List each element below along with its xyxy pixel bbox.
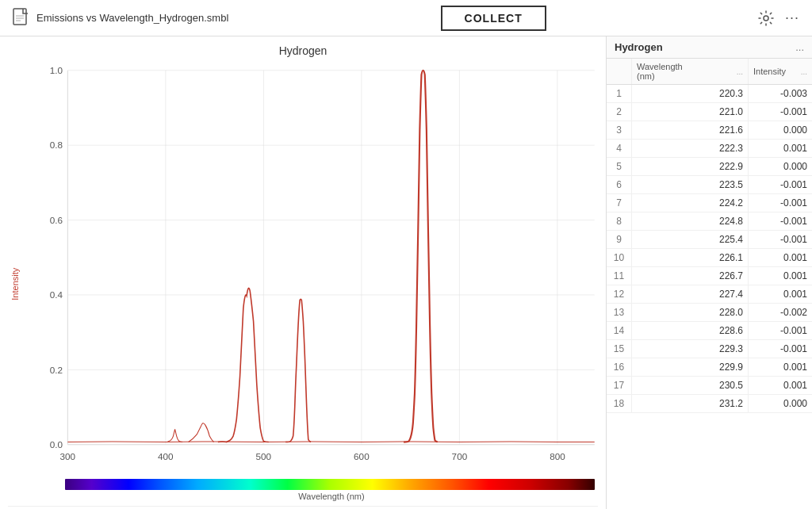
cell-num: 16: [607, 358, 632, 376]
wavelength-col-more[interactable]: ...: [737, 67, 743, 76]
svg-text:0.0: 0.0: [50, 439, 63, 450]
cell-wavelength: 221.6: [632, 121, 749, 139]
cell-wavelength: 226.1: [632, 249, 749, 266]
x-axis-label: Wavelength (nm): [24, 492, 598, 506]
top-bar: Emissions vs Wavelength_Hydrogen.smbl CO…: [0, 0, 812, 36]
svg-text:300: 300: [60, 451, 76, 461]
chart-svg: 1.0 0.8 0.6 0.4 0.2 0.0 300 400 500 600 …: [24, 62, 598, 479]
cell-wavelength: 230.5: [632, 377, 749, 394]
table-row: 7 224.2 -0.001: [607, 194, 812, 212]
chart-svg-area: 1.0 0.8 0.6 0.4 0.2 0.0 300 400 500 600 …: [24, 62, 598, 479]
svg-text:0.2: 0.2: [50, 365, 63, 375]
table-row: 11 226.7 0.001: [607, 267, 812, 285]
cell-wavelength: 229.3: [632, 340, 749, 358]
table-row: 18 231.2 0.000: [607, 395, 812, 413]
spectrum-bar: [65, 479, 595, 490]
svg-text:400: 400: [158, 451, 174, 461]
top-bar-left: Emissions vs Wavelength_Hydrogen.smbl: [13, 8, 228, 29]
table-row: 13 228.0 -0.002: [607, 304, 812, 322]
cell-num: 13: [607, 304, 632, 321]
cell-intensity: -0.003: [749, 85, 812, 102]
cell-wavelength: 228.0: [632, 304, 749, 321]
cell-intensity: -0.001: [749, 103, 812, 121]
cell-wavelength: 228.6: [632, 322, 749, 339]
cell-intensity: -0.001: [749, 194, 812, 212]
table-row: 2 221.0 -0.001: [607, 103, 812, 121]
col-header-intensity: Intensity ...: [749, 59, 812, 84]
table-row: 3 221.6 0.000: [607, 121, 812, 140]
svg-rect-0: [13, 9, 26, 25]
cell-intensity: 0.001: [749, 358, 812, 376]
cell-intensity: -0.002: [749, 304, 812, 321]
cell-num: 2: [607, 103, 632, 121]
chart-toolbar: [8, 506, 598, 509]
cell-wavelength: 220.3: [632, 85, 749, 102]
svg-text:800: 800: [550, 451, 565, 461]
svg-text:700: 700: [452, 451, 468, 461]
file-title: Emissions vs Wavelength_Hydrogen.smbl: [36, 12, 228, 24]
cell-num: 18: [607, 395, 632, 412]
chart-area: Hydrogen Intensity: [0, 36, 606, 509]
cell-intensity: 0.001: [749, 249, 812, 266]
cell-wavelength: 227.4: [632, 285, 749, 303]
cell-wavelength: 229.9: [632, 358, 749, 376]
cell-wavelength: 222.3: [632, 140, 749, 157]
cell-wavelength: 231.2: [632, 395, 749, 412]
table-row: 16 229.9 0.001: [607, 358, 812, 377]
chart-inner: 1.0 0.8 0.6 0.4 0.2 0.0 300 400 500 600 …: [24, 62, 598, 506]
table-row: 14 228.6 -0.001: [607, 322, 812, 340]
table-row: 6 223.5 -0.001: [607, 176, 812, 194]
cell-intensity: 0.000: [749, 121, 812, 139]
table-row: 1 220.3 -0.003: [607, 85, 812, 103]
table-row: 8 224.8 -0.001: [607, 212, 812, 231]
cell-wavelength: 221.0: [632, 103, 749, 121]
cell-num: 8: [607, 212, 632, 230]
cell-wavelength: 224.8: [632, 212, 749, 230]
table-row: 10 226.1 0.001: [607, 249, 812, 267]
col-header-num: [607, 59, 632, 84]
cell-num: 3: [607, 121, 632, 139]
table-row: 15 229.3 -0.001: [607, 340, 812, 358]
chart-wrapper: Intensity: [8, 62, 598, 506]
cell-wavelength: 224.2: [632, 194, 749, 212]
col-header-wavelength: Wavelength (nm) ...: [632, 59, 749, 84]
cell-intensity: 0.000: [749, 158, 812, 175]
cell-num: 17: [607, 377, 632, 394]
table-title: Hydrogen: [615, 41, 663, 53]
cell-num: 11: [607, 267, 632, 285]
svg-point-4: [764, 16, 768, 21]
table-row: 4 222.3 0.001: [607, 140, 812, 158]
more-options-button[interactable]: ···: [785, 10, 799, 26]
svg-text:0.4: 0.4: [50, 289, 63, 300]
main-content: Hydrogen Intensity: [0, 36, 812, 509]
svg-text:600: 600: [354, 451, 370, 461]
chart-title: Hydrogen: [8, 44, 598, 57]
cell-wavelength: 225.4: [632, 231, 749, 248]
table-row: 5 222.9 0.000: [607, 158, 812, 176]
svg-text:500: 500: [256, 451, 272, 461]
cell-intensity: -0.001: [749, 340, 812, 358]
intensity-col-more[interactable]: ...: [801, 67, 807, 76]
ellipsis-icon: ···: [785, 10, 799, 26]
cell-num: 4: [607, 140, 632, 157]
cell-num: 5: [607, 158, 632, 175]
cell-intensity: -0.001: [749, 176, 812, 193]
svg-text:0.6: 0.6: [50, 215, 63, 225]
collect-button[interactable]: COLLECT: [441, 6, 546, 31]
table-row: 12 227.4 0.001: [607, 285, 812, 304]
settings-button[interactable]: [758, 10, 774, 26]
cell-wavelength: 222.9: [632, 158, 749, 175]
y-axis-label: Intensity: [8, 62, 22, 506]
cell-intensity: -0.001: [749, 231, 812, 248]
cell-intensity: 0.001: [749, 140, 812, 157]
file-icon: [13, 8, 30, 29]
table-more-button[interactable]: ...: [795, 41, 804, 53]
cell-intensity: -0.001: [749, 322, 812, 339]
cell-num: 12: [607, 285, 632, 303]
cell-intensity: 0.001: [749, 377, 812, 394]
cell-intensity: 0.001: [749, 285, 812, 303]
cell-wavelength: 223.5: [632, 176, 749, 193]
top-bar-right: ···: [758, 10, 799, 26]
svg-text:1.0: 1.0: [50, 65, 63, 75]
cell-intensity: -0.001: [749, 212, 812, 230]
